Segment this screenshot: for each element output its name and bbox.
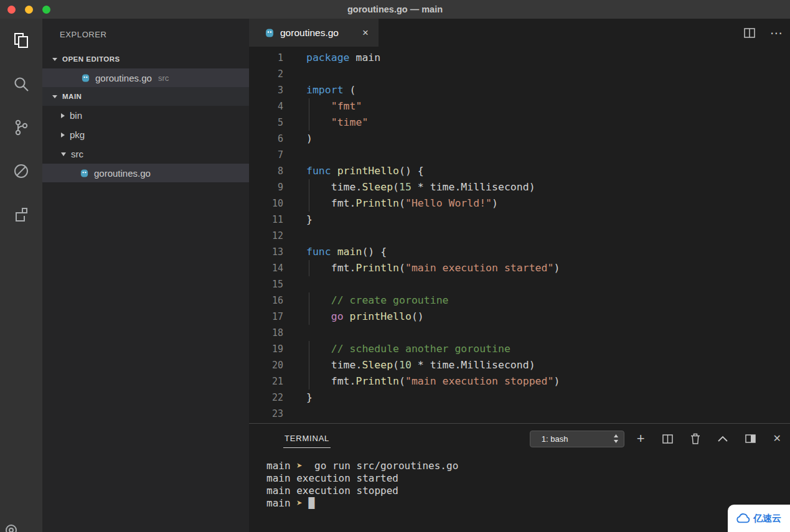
minimize-window-button[interactable]: [25, 6, 33, 14]
code-area: 1package main23import (4 "fmt"5 "time"6)…: [249, 50, 790, 422]
line-number: 11: [249, 212, 283, 228]
code-line[interactable]: 14 fmt.Println("main execution started"): [249, 260, 790, 276]
editor-group: goroutines.go × ⋯ 1package main23import …: [249, 19, 790, 532]
chevron-down-icon: [61, 152, 66, 156]
manage-gear[interactable]: [4, 523, 19, 532]
line-number: 9: [249, 179, 283, 195]
split-editor-icon[interactable]: [744, 28, 755, 38]
activity-debug[interactable]: [0, 149, 42, 193]
code-line[interactable]: 8func printHello() {: [249, 163, 790, 179]
code-line[interactable]: 12: [249, 228, 790, 244]
terminal-panel: TERMINAL 1: bash +: [249, 423, 790, 532]
activity-explorer[interactable]: [0, 19, 42, 62]
watermark-badge: 亿速云: [728, 505, 790, 532]
line-number: 2: [249, 66, 283, 82]
code-line[interactable]: 6): [249, 131, 790, 147]
go-file-icon: [80, 169, 89, 178]
file-name: goroutines.go: [95, 73, 152, 83]
code-line[interactable]: 13func main() {: [249, 244, 790, 260]
folder-section-header[interactable]: MAIN: [42, 87, 249, 106]
tree-item-goroutines-go[interactable]: goroutines.go: [42, 164, 249, 182]
go-file-icon: [265, 28, 275, 38]
extensions-icon: [12, 206, 30, 223]
tab-goroutines-go[interactable]: goroutines.go ×: [249, 19, 379, 47]
new-terminal-icon[interactable]: +: [637, 432, 645, 446]
code-line[interactable]: 11}: [249, 212, 790, 228]
code-line[interactable]: 7: [249, 147, 790, 163]
code-line[interactable]: 10 fmt.Println("Hello World!"): [249, 195, 790, 212]
split-terminal-icon[interactable]: [662, 434, 673, 444]
panel-header: TERMINAL 1: bash +: [249, 424, 790, 454]
gear-icon: [4, 523, 19, 532]
close-tab-icon[interactable]: ×: [361, 27, 370, 39]
tree-item-bin[interactable]: bin: [42, 106, 249, 125]
code-line[interactable]: 15: [249, 276, 790, 292]
line-number: 13: [249, 244, 283, 260]
open-editor-item[interactable]: goroutines.go src: [42, 68, 249, 87]
sidebar-title: EXPLORER: [42, 19, 249, 50]
line-number: 17: [249, 309, 283, 325]
search-icon: [12, 75, 30, 93]
code-line[interactable]: 21 fmt.Println("main execution stopped"): [249, 373, 790, 390]
code-line[interactable]: 22}: [249, 390, 790, 406]
folder-name: bin: [70, 110, 82, 121]
close-window-button[interactable]: [7, 6, 16, 14]
titlebar: goroutines.go — main: [0, 0, 790, 19]
circle-slash-icon: [12, 162, 30, 180]
line-number: 20: [249, 357, 283, 373]
code-line[interactable]: 16 // create goroutine: [249, 292, 790, 309]
code-line[interactable]: 19 // schedule another goroutine: [249, 341, 790, 357]
code-line[interactable]: 2: [249, 66, 790, 82]
code-line[interactable]: 3import (: [249, 82, 790, 98]
toggle-panel-icon[interactable]: [745, 434, 756, 443]
zoom-window-button[interactable]: [42, 6, 50, 14]
chevron-down-icon: [52, 95, 57, 98]
line-number: 1: [249, 50, 283, 66]
line-number: 14: [249, 260, 283, 276]
code-editor[interactable]: 1package main23import (4 "fmt"5 "time"6)…: [249, 47, 790, 423]
open-editors-label: OPEN EDITORS: [62, 55, 120, 63]
line-number: 23: [249, 406, 283, 422]
more-actions-icon[interactable]: ⋯: [770, 27, 783, 39]
code-line[interactable]: 20 time.Sleep(10 * time.Millisecond): [249, 357, 790, 373]
code-line[interactable]: 23: [249, 406, 790, 422]
tab-terminal[interactable]: TERMINAL: [283, 430, 331, 448]
go-file-icon: [81, 73, 90, 83]
terminal-shell-select[interactable]: 1: bash: [530, 431, 624, 447]
files-icon: [12, 32, 30, 49]
terminal-line: main ➤ go run src/goroutines.go: [266, 460, 790, 472]
activity-search[interactable]: [0, 62, 42, 106]
tab-label: goroutines.go: [280, 27, 361, 39]
watermark-text: 亿速云: [753, 513, 781, 525]
line-number: 12: [249, 228, 283, 244]
line-number: 15: [249, 276, 283, 292]
tree-item-src[interactable]: src: [42, 144, 249, 164]
file-name: goroutines.go: [94, 168, 151, 179]
code-line[interactable]: 1package main: [249, 50, 790, 66]
git-branch-icon: [13, 119, 29, 136]
maximize-panel-chevron-icon[interactable]: [718, 436, 728, 442]
window-title: goroutines.go — main: [347, 4, 443, 14]
traffic-lights: [7, 6, 50, 14]
panel-actions: +: [637, 432, 781, 446]
activity-source-control[interactable]: [0, 106, 42, 149]
line-number: 10: [249, 195, 283, 212]
explorer-sidebar: EXPLORER OPEN EDITORS goroutines.go src …: [42, 19, 249, 532]
open-editors-header[interactable]: OPEN EDITORS: [42, 50, 249, 68]
kill-terminal-trash-icon[interactable]: [690, 433, 700, 444]
shell-select-value: 1: bash: [542, 434, 613, 444]
code-line[interactable]: 4 "fmt": [249, 98, 790, 114]
close-panel-icon[interactable]: ✕: [773, 434, 781, 444]
folder-name: pkg: [70, 129, 85, 140]
line-number: 4: [249, 98, 283, 114]
code-line[interactable]: 9 time.Sleep(15 * time.Millisecond): [249, 179, 790, 195]
code-line[interactable]: 18: [249, 325, 790, 341]
code-line[interactable]: 5 "time": [249, 114, 790, 131]
chevron-right-icon: [61, 133, 65, 138]
code-line[interactable]: 17 go printHello(): [249, 309, 790, 325]
terminal-line: main execution started: [266, 472, 790, 485]
terminal-output[interactable]: main ➤ go run src/goroutines.gomain exec…: [249, 454, 790, 532]
tree-item-pkg[interactable]: pkg: [42, 125, 249, 144]
activity-extensions[interactable]: [0, 193, 42, 236]
file-path-detail: src: [158, 73, 169, 83]
